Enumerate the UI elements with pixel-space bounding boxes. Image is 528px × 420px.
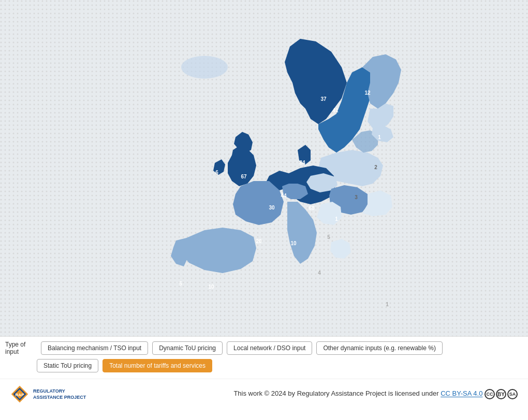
svg-text:10: 10 xyxy=(290,241,297,246)
cc-icon-by: BY xyxy=(496,389,506,399)
svg-point-3 xyxy=(181,56,228,79)
legend-btn-balancing[interactable]: Balancing mechanism / TSO input xyxy=(41,341,148,355)
svg-text:44: 44 xyxy=(281,193,287,199)
svg-text:1: 1 xyxy=(335,216,338,222)
type-of-input-label: Type of input xyxy=(5,341,34,356)
rap-diamond-icon: RAP xyxy=(10,385,29,403)
svg-rect-2 xyxy=(0,0,528,336)
svg-text:12: 12 xyxy=(364,90,371,96)
svg-text:1: 1 xyxy=(386,302,389,307)
svg-text:5: 5 xyxy=(179,281,182,287)
footer: RAP REGULATORY ASSISTANCE PROJECT This w… xyxy=(0,379,528,410)
legend-btn-static-tou[interactable]: Static ToU pricing xyxy=(37,359,98,372)
legend-btn-local-network[interactable]: Local network / DSO input xyxy=(227,341,312,355)
footer-copyright: This work © 2024 by Regulatory Assistanc… xyxy=(233,389,518,399)
map-container: 12 37 41 1 2 84 6 67 44 30 68 3 1 5 20 1… xyxy=(0,0,528,336)
legend-bar: Type of input Balancing mechanism / TSO … xyxy=(0,336,528,379)
svg-text:4: 4 xyxy=(318,270,321,276)
svg-text:6: 6 xyxy=(215,170,218,175)
svg-text:30: 30 xyxy=(269,205,275,211)
svg-text:3: 3 xyxy=(355,194,358,200)
legend-btn-other-dynamic[interactable]: Other dynamic inputs (e.g. renewable %) xyxy=(316,341,442,355)
cc-icon-cc: CC xyxy=(485,389,495,399)
svg-text:10: 10 xyxy=(208,284,214,290)
svg-text:41: 41 xyxy=(332,108,339,113)
legend-row-1: Type of input Balancing mechanism / TSO … xyxy=(5,341,523,356)
rap-logo: RAP REGULATORY ASSISTANCE PROJECT xyxy=(10,385,86,403)
footer-copyright-text: This work © 2024 by Regulatory Assistanc… xyxy=(233,390,438,398)
cc-icon-sa: SA xyxy=(507,389,518,399)
svg-text:RAP: RAP xyxy=(15,393,24,397)
footer-license-link[interactable]: CC BY-SA 4.0 xyxy=(441,390,482,398)
svg-text:68: 68 xyxy=(309,205,315,211)
svg-text:20: 20 xyxy=(256,238,262,244)
svg-text:5: 5 xyxy=(327,234,330,240)
svg-text:2: 2 xyxy=(374,164,377,170)
legend-row-2: Static ToU pricing Total number of tarif… xyxy=(37,359,523,372)
cc-icons: CC BY SA xyxy=(485,389,518,399)
legend-btn-total-tariffs[interactable]: Total number of tariffs and services xyxy=(102,359,212,372)
svg-text:84: 84 xyxy=(299,160,305,166)
rap-org-name: REGULATORY ASSISTANCE PROJECT xyxy=(33,388,86,401)
svg-text:37: 37 xyxy=(320,96,327,102)
legend-btn-dynamic-tou[interactable]: Dynamic ToU pricing xyxy=(152,341,223,355)
svg-text:67: 67 xyxy=(241,174,247,179)
svg-text:1: 1 xyxy=(378,134,381,140)
